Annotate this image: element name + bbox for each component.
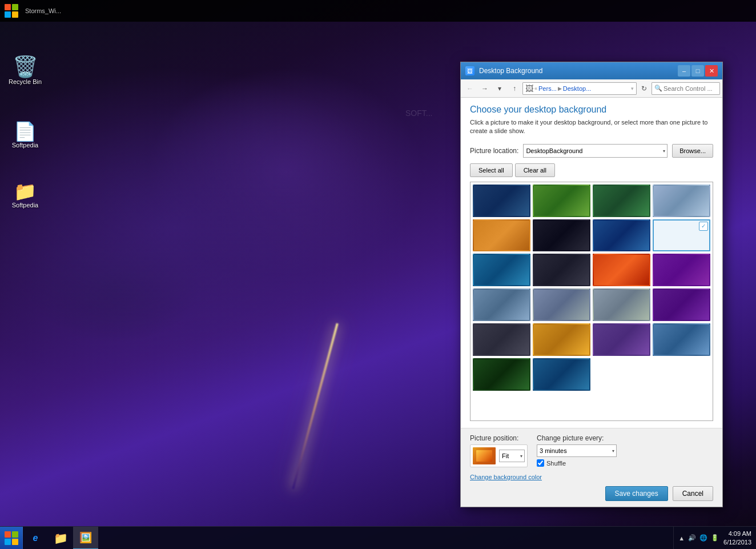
dropdown-indicator: ▾ <box>631 86 634 91</box>
forward-button[interactable]: → <box>478 82 492 95</box>
desktop-background-dialog: 🖼 Desktop Background – □ ✕ ← → ▾ ↑ 🖼 « P… <box>460 62 723 507</box>
cancel-button[interactable]: Cancel <box>673 486 713 501</box>
timer-select[interactable]: 10 seconds 30 seconds 1 minute 2 minutes… <box>537 444 617 457</box>
desktop-icon-softpedia-folder[interactable]: 📁 Softpedia <box>5 180 46 211</box>
arrow-icon[interactable]: ▲ <box>678 535 685 542</box>
top-bar: Storms_Wi... <box>0 0 756 22</box>
watermark: SOFT... <box>405 109 432 118</box>
bc-arrow1: « <box>534 86 537 91</box>
desktop-icon-softpedia-text[interactable]: 📄 Softpedia <box>5 120 46 151</box>
taskbar: e 📁 🖼️ ▲ 🔊 🌐 🔋 4:09 AM <box>0 526 756 549</box>
thumbnail-3[interactable] <box>593 185 650 217</box>
dropdown-arrow-button[interactable]: ▾ <box>493 82 506 95</box>
picture-location-label: Picture location: <box>470 147 518 155</box>
thumbnail-11[interactable] <box>593 254 650 286</box>
windows-logo-icon <box>0 0 23 22</box>
thumbnail-2[interactable] <box>533 185 590 217</box>
recycle-bin-label: Recycle Bin <box>7 78 43 85</box>
thumbnail-9[interactable] <box>473 254 530 286</box>
thumbnail-8[interactable] <box>653 219 710 252</box>
change-picture-label: Change picture every: <box>537 434 617 442</box>
bc-item1[interactable]: Pers... <box>538 85 557 92</box>
picture-location-select-wrapper: DesktopBackground Windows Desktop Backgr… <box>523 144 667 158</box>
thumbnail-4[interactable] <box>653 185 710 217</box>
shuffle-checkbox[interactable] <box>537 459 544 467</box>
softpedia-text-icon: 📄 <box>14 122 37 141</box>
thumbnail-6[interactable] <box>533 219 590 252</box>
thumbnail-7[interactable] <box>593 219 650 252</box>
taskbar-item-explorer[interactable]: 📁 <box>48 527 73 550</box>
breadcrumb: 🖼 « Pers... ▶ Desktop... <box>525 84 591 93</box>
thumbnail-20[interactable] <box>653 323 710 356</box>
minimize-button[interactable]: – <box>678 65 690 77</box>
thumbnail-13[interactable] <box>473 288 530 321</box>
titlebar-buttons: – □ ✕ <box>678 65 718 77</box>
address-bar[interactable]: 🖼 « Pers... ▶ Desktop... ▾ <box>522 82 637 95</box>
position-select-wrapper: Fill Fit Stretch Tile Center Span ▾ <box>499 450 525 462</box>
save-changes-button[interactable]: Save changes <box>605 486 668 501</box>
clear-all-button[interactable]: Clear all <box>515 163 555 177</box>
picture-location-select[interactable]: DesktopBackground Windows Desktop Backgr… <box>523 144 667 158</box>
change-picture-section: Change picture every: 10 seconds 30 seco… <box>537 434 617 467</box>
select-all-button[interactable]: Select all <box>470 163 513 177</box>
taskbar-item-desktop-bg[interactable]: 🖼️ <box>73 527 98 550</box>
desktop-icon-recycle-bin[interactable]: 🗑️ Recycle Bin <box>5 54 46 87</box>
softpedia-folder-label: Softpedia <box>7 202 43 209</box>
up-button[interactable]: ↑ <box>508 82 521 95</box>
search-icon: 🔍 <box>654 85 662 92</box>
thumbnail-17[interactable] <box>473 323 530 356</box>
desktop-bg-taskbar-icon: 🖼️ <box>79 531 93 544</box>
system-tray: ▲ 🔊 🌐 🔋 <box>678 534 719 542</box>
clock[interactable]: 4:09 AM 6/12/2013 <box>723 530 751 546</box>
dialog-bottom: Picture position: Fill Fit Stretch Tile … <box>461 428 722 507</box>
dialog-titlebar: 🖼 Desktop Background – □ ✕ <box>461 62 722 79</box>
dialog-navbar: ← → ▾ ↑ 🖼 « Pers... ▶ Desktop... ▾ ↻ 🔍 <box>461 79 722 98</box>
shuffle-label[interactable]: Shuffle <box>546 460 566 467</box>
thumbnail-15[interactable] <box>593 288 650 321</box>
thumbnail-5[interactable] <box>473 219 530 252</box>
search-box[interactable]: 🔍 <box>652 82 720 95</box>
position-preview-icon <box>473 447 496 464</box>
thumbnail-21[interactable] <box>473 358 530 391</box>
explorer-icon: 📁 <box>54 531 67 545</box>
back-button[interactable]: ← <box>463 82 477 95</box>
image-grid-container[interactable] <box>470 182 713 421</box>
position-control: Fill Fit Stretch Tile Center Span ▾ <box>470 444 528 467</box>
browse-button[interactable]: Browse... <box>672 144 713 158</box>
thumbnail-1[interactable] <box>473 185 530 217</box>
maximize-button[interactable]: □ <box>691 65 704 77</box>
position-select[interactable]: Fill Fit Stretch Tile Center Span <box>499 450 525 462</box>
search-input[interactable] <box>663 85 717 92</box>
picture-position-label: Picture position: <box>470 434 528 442</box>
power-icon[interactable]: 🔋 <box>711 534 719 542</box>
start-button[interactable] <box>0 527 23 550</box>
dialog-title: Desktop Background <box>479 67 678 75</box>
taskbar-item-ie[interactable]: e <box>23 527 48 550</box>
windows-logo-icon <box>5 531 18 545</box>
dialog-body: Choose your desktop background Click a p… <box>461 98 722 428</box>
softpedia-folder-icon: 📁 <box>14 182 37 201</box>
clock-time: 4:09 AM <box>723 530 751 538</box>
ie-icon: e <box>29 531 42 545</box>
thumbnail-14[interactable] <box>533 288 590 321</box>
thumbnail-18[interactable] <box>533 323 590 356</box>
timer-select-wrapper: 10 seconds 30 seconds 1 minute 2 minutes… <box>537 444 617 457</box>
recycle-bin-icon: 🗑️ <box>13 57 38 77</box>
bc-arrow2: ▶ <box>558 86 562 91</box>
volume-icon[interactable]: 🔊 <box>688 534 696 542</box>
thumbnail-19[interactable] <box>593 323 650 356</box>
thumbnail-22[interactable] <box>533 358 590 391</box>
thumbnail-10[interactable] <box>533 254 590 286</box>
desktop: Storms_Wi... 🗑️ Recycle Bin 📄 Softpedia … <box>0 0 756 549</box>
change-background-color-link[interactable]: Change background color <box>470 474 542 480</box>
clock-date: 6/12/2013 <box>723 538 751 546</box>
bc-item2[interactable]: Desktop... <box>563 85 592 92</box>
thumbnail-16[interactable] <box>653 288 710 321</box>
network-icon[interactable]: 🌐 <box>699 534 707 542</box>
image-grid <box>471 182 713 393</box>
dialog-title-icon: 🖼 <box>465 66 474 75</box>
bottom-row1: Picture position: Fill Fit Stretch Tile … <box>470 434 713 467</box>
thumbnail-12[interactable] <box>653 254 710 286</box>
close-button[interactable]: ✕ <box>705 65 718 77</box>
refresh-button[interactable]: ↻ <box>638 82 650 95</box>
